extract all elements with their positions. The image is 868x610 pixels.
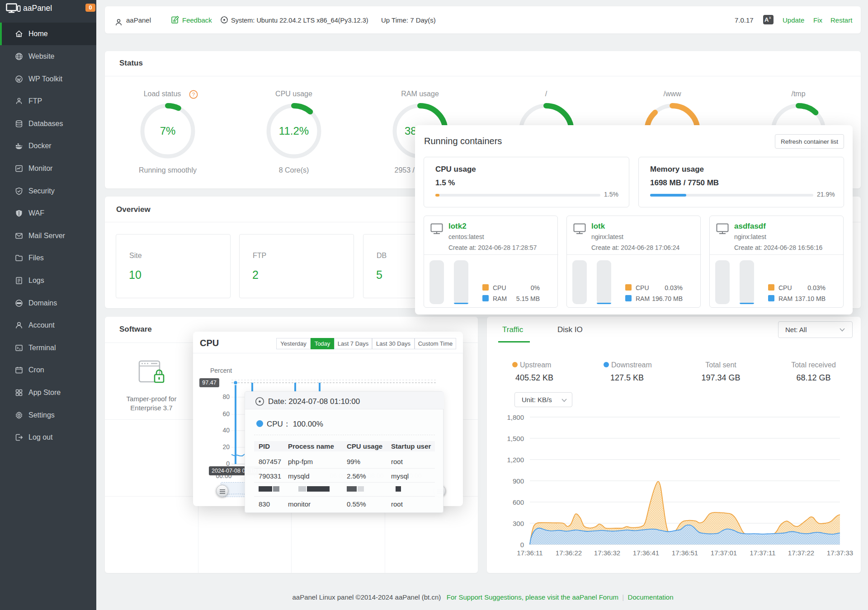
svg-text:?: ? (192, 92, 195, 97)
